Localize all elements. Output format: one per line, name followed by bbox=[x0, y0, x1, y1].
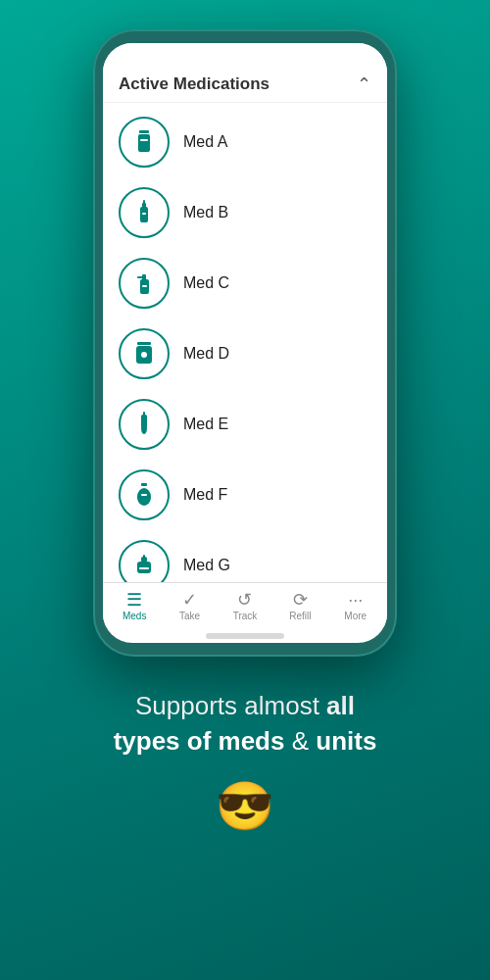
list-item[interactable]: Med C bbox=[103, 248, 387, 318]
svg-rect-0 bbox=[139, 130, 149, 133]
med-name-g: Med G bbox=[183, 557, 230, 574]
svg-point-17 bbox=[137, 488, 151, 506]
svg-rect-21 bbox=[143, 555, 145, 558]
svg-point-13 bbox=[141, 352, 147, 358]
svg-rect-15 bbox=[143, 412, 145, 416]
list-item[interactable]: Med D bbox=[103, 318, 387, 389]
nav-item-meds[interactable]: ☰ Meds bbox=[113, 591, 156, 621]
nav-label-meds: Meds bbox=[122, 611, 146, 621]
med-icon-circle-g bbox=[119, 540, 170, 582]
inhaler-icon bbox=[130, 552, 158, 579]
bottom-nav: ☰ Meds ✓ Take ↺ Track ⟳ Refill ··· More bbox=[103, 582, 387, 627]
svg-rect-16 bbox=[141, 483, 147, 486]
med-icon-circle-f bbox=[119, 469, 170, 520]
status-bar bbox=[103, 43, 387, 67]
svg-rect-2 bbox=[140, 139, 148, 141]
home-indicator bbox=[206, 633, 284, 639]
medication-list: Med A Med B bbox=[103, 103, 387, 582]
app-header-title: Active Medications bbox=[119, 74, 270, 94]
med-name-b: Med B bbox=[183, 204, 228, 221]
dropper-bottle-icon bbox=[130, 199, 158, 226]
list-item[interactable]: Med B bbox=[103, 177, 387, 248]
svg-rect-11 bbox=[137, 342, 151, 345]
take-nav-icon: ✓ bbox=[182, 591, 197, 609]
chevron-icon: ⌃ bbox=[357, 75, 371, 93]
dropper-icon bbox=[130, 411, 158, 438]
tagline-section: Supports almost all types of meds & unit… bbox=[84, 688, 407, 834]
more-nav-icon: ··· bbox=[348, 591, 363, 609]
wide-bottle-icon bbox=[130, 340, 158, 368]
round-bottle-icon bbox=[130, 481, 158, 509]
phone-screen: Active Medications ⌃ Med A bbox=[103, 43, 387, 643]
med-icon-circle-b bbox=[119, 187, 170, 238]
phone-shell: Active Medications ⌃ Med A bbox=[93, 29, 397, 657]
svg-rect-14 bbox=[141, 415, 147, 428]
list-item[interactable]: Med A bbox=[103, 107, 387, 177]
nav-label-track: Track bbox=[233, 611, 258, 621]
med-name-f: Med F bbox=[183, 486, 227, 504]
nav-label-take: Take bbox=[179, 611, 200, 621]
med-name-e: Med E bbox=[183, 416, 228, 433]
med-name-c: Med C bbox=[183, 274, 229, 292]
nav-item-more[interactable]: ··· More bbox=[334, 591, 377, 621]
svg-rect-18 bbox=[141, 494, 147, 496]
svg-rect-5 bbox=[143, 200, 145, 204]
nav-item-refill[interactable]: ⟳ Refill bbox=[278, 591, 321, 621]
pill-bottle-icon bbox=[130, 128, 158, 156]
spray-bottle-icon bbox=[130, 270, 158, 297]
nav-label-more: More bbox=[344, 611, 367, 621]
sunglasses-emoji: 😎 bbox=[216, 780, 274, 832]
svg-rect-10 bbox=[142, 285, 147, 287]
meds-nav-icon: ☰ bbox=[126, 591, 142, 609]
emoji-decoration: 😎 bbox=[114, 779, 377, 834]
nav-label-refill: Refill bbox=[289, 611, 311, 621]
svg-rect-1 bbox=[138, 134, 150, 152]
med-icon-circle-c bbox=[119, 258, 170, 309]
svg-rect-6 bbox=[142, 213, 146, 215]
med-name-a: Med A bbox=[183, 133, 227, 151]
tagline-text: Supports almost all types of meds & unit… bbox=[114, 688, 377, 760]
app-header: Active Medications ⌃ bbox=[103, 67, 387, 103]
svg-rect-9 bbox=[137, 276, 143, 278]
med-icon-circle-e bbox=[119, 399, 170, 450]
refill-nav-icon: ⟳ bbox=[293, 591, 308, 609]
track-nav-icon: ↺ bbox=[237, 591, 252, 609]
med-name-d: Med D bbox=[183, 345, 229, 363]
med-icon-circle-a bbox=[119, 117, 170, 168]
svg-rect-22 bbox=[139, 567, 149, 569]
nav-item-take[interactable]: ✓ Take bbox=[169, 591, 212, 621]
list-item[interactable]: Med F bbox=[103, 460, 387, 530]
nav-item-track[interactable]: ↺ Track bbox=[223, 591, 267, 621]
list-item[interactable]: Med E bbox=[103, 389, 387, 460]
med-icon-circle-d bbox=[119, 328, 170, 379]
list-item[interactable]: Med G bbox=[103, 530, 387, 582]
